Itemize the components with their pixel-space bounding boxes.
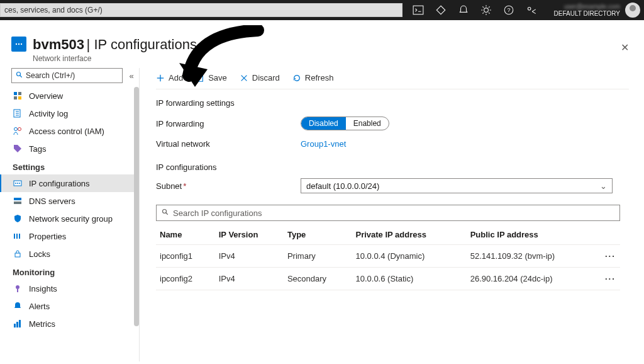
save-button[interactable]: Save <box>196 73 227 82</box>
cell-name: ipconfig1 <box>156 245 215 268</box>
col-name[interactable]: Name <box>156 225 215 245</box>
sidebar-search-placeholder: Search (Ctrl+/) <box>26 71 75 80</box>
svg-point-19 <box>14 128 18 131</box>
refresh-label: Refresh <box>305 73 334 82</box>
svg-rect-34 <box>16 322 18 327</box>
sidebar-item-metrics[interactable]: Metrics <box>0 315 139 333</box>
notifications-icon[interactable] <box>458 4 469 16</box>
row-more-button[interactable]: ··· <box>601 268 620 290</box>
directories-icon[interactable] <box>435 4 447 16</box>
sidebar-item-label: Access control (IAM) <box>29 127 104 136</box>
row-more-button[interactable]: ··· <box>601 245 620 268</box>
subnet-label: Subnet* <box>156 181 301 191</box>
sidebar-item-label: Tags <box>29 144 46 154</box>
ip-config-icon <box>13 178 23 188</box>
properties-icon <box>13 231 23 241</box>
svg-point-31 <box>16 285 19 289</box>
col-private-ip[interactable]: Private IP address <box>352 225 466 245</box>
sidebar-item-overview[interactable]: Overview <box>0 87 139 105</box>
sidebar-group-monitoring: Monitoring <box>0 263 139 280</box>
sidebar-item-properties[interactable]: Properties <box>0 227 139 245</box>
sidebar-item-label: Alerts <box>29 302 50 311</box>
sidebar-item-label: Insights <box>29 284 57 293</box>
svg-rect-14 <box>18 96 21 100</box>
avatar[interactable] <box>625 3 640 18</box>
refresh-button[interactable]: Refresh <box>292 73 334 82</box>
svg-rect-11 <box>14 92 17 95</box>
sidebar-item-tags[interactable]: Tags <box>0 140 139 157</box>
svg-point-23 <box>17 183 18 184</box>
account-area[interactable]: user@example.com DEFAULT DIRECTORY <box>554 3 644 18</box>
global-search-input[interactable]: ces, services, and docs (G+/) <box>0 3 402 17</box>
sidebar-item-label: Activity log <box>29 109 68 118</box>
col-type[interactable]: Type <box>284 225 352 245</box>
sidebar-item-label: Overview <box>29 91 63 101</box>
svg-point-41 <box>163 209 167 213</box>
svg-point-4 <box>528 8 531 11</box>
page-title: bvm503 | IP configurations <box>33 37 197 53</box>
toggle-option-disabled[interactable]: Disabled <box>301 117 346 130</box>
ip-config-search-input[interactable]: Search IP configurations <box>156 205 620 221</box>
help-icon[interactable]: ? <box>503 4 514 16</box>
main-content: Add Save Discard Refresh IP forwarding s… <box>140 68 644 361</box>
sidebar-item-nsg[interactable]: Network security group <box>0 210 139 227</box>
ip-forwarding-heading: IP forwarding settings <box>156 98 629 108</box>
directory-name: DEFAULT DIRECTORY <box>554 10 620 17</box>
sidebar-item-locks[interactable]: Locks <box>0 245 139 263</box>
table-row[interactable]: ipconfig2 IPv4 Secondary 10.0.0.6 (Stati… <box>156 268 620 290</box>
svg-rect-0 <box>413 6 423 14</box>
plus-icon <box>156 74 165 82</box>
shield-icon <box>13 213 23 224</box>
svg-point-24 <box>19 183 20 184</box>
cloud-shell-icon[interactable] <box>413 4 424 16</box>
tag-icon <box>13 144 23 154</box>
discard-button[interactable]: Discard <box>240 73 280 82</box>
svg-point-8 <box>21 43 22 45</box>
table-header-row: Name IP Version Type Private IP address … <box>156 225 620 245</box>
sidebar-item-label: Properties <box>29 232 66 241</box>
svg-rect-30 <box>15 253 20 257</box>
metrics-icon <box>13 319 23 329</box>
feedback-icon[interactable] <box>526 4 537 16</box>
sidebar-item-insights[interactable]: Insights <box>0 280 139 297</box>
add-label: Add <box>169 73 183 82</box>
sidebar-search-input[interactable]: Search (Ctrl+/) <box>11 68 123 83</box>
svg-rect-12 <box>18 92 21 95</box>
svg-point-6 <box>16 43 17 45</box>
close-icon[interactable]: ✕ <box>621 42 629 54</box>
ip-config-table: Name IP Version Type Private IP address … <box>156 225 620 290</box>
add-button[interactable]: Add <box>156 73 183 82</box>
sidebar-item-label: IP configurations <box>29 179 90 188</box>
alerts-icon <box>13 301 23 311</box>
svg-line-42 <box>166 212 168 214</box>
refresh-icon <box>292 74 301 82</box>
ip-forwarding-toggle[interactable]: Disabled Enabled <box>301 117 389 130</box>
sidebar-item-label: Locks <box>29 249 50 259</box>
sidebar-item-label: Network security group <box>29 214 113 224</box>
ip-config-search-placeholder: Search IP configurations <box>173 208 262 218</box>
col-ipversion[interactable]: IP Version <box>215 225 284 245</box>
toggle-option-enabled[interactable]: Enabled <box>346 117 389 130</box>
lock-icon <box>13 249 23 259</box>
svg-point-20 <box>18 128 21 131</box>
sidebar-item-alerts[interactable]: Alerts <box>0 297 139 315</box>
ip-forwarding-label: IP forwarding <box>156 119 301 128</box>
sidebar-item-dns-servers[interactable]: DNS servers <box>0 192 139 210</box>
resource-type: Network interface <box>33 54 197 63</box>
sidebar-item-access-control[interactable]: Access control (IAM) <box>0 122 139 140</box>
search-icon <box>16 71 23 81</box>
account-email: user@example.com <box>554 3 620 10</box>
top-icon-group: ? <box>413 4 537 16</box>
vnet-link[interactable]: Group1-vnet <box>301 139 346 149</box>
col-public-ip[interactable]: Public IP address <box>467 225 601 245</box>
table-row[interactable]: ipconfig1 IPv4 Primary 10.0.0.4 (Dynamic… <box>156 245 620 268</box>
chevron-down-icon: ⌄ <box>600 181 607 191</box>
sidebar-scrollbar[interactable] <box>134 68 139 361</box>
settings-gear-icon[interactable] <box>480 4 492 16</box>
cell-ipver: IPv4 <box>215 268 284 290</box>
command-bar: Add Save Discard Refresh <box>156 67 629 89</box>
sidebar-item-activity-log[interactable]: Activity log <box>0 105 139 122</box>
sidebar-item-ip-configurations[interactable]: IP configurations <box>0 174 139 192</box>
subnet-select[interactable]: default (10.0.0.0/24) ⌄ <box>301 178 613 193</box>
save-icon <box>196 74 204 82</box>
